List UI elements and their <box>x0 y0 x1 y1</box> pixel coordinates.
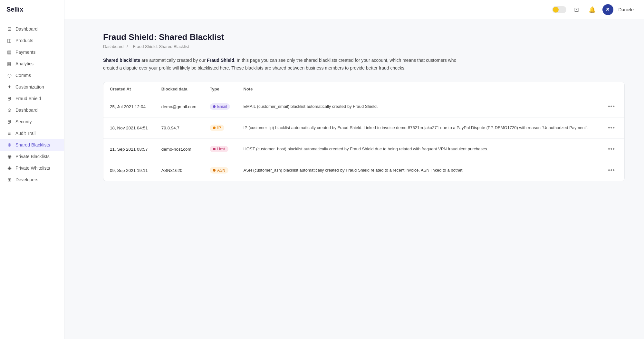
main-area: ⊡ 🔔 S Daniele Fraud Shield: Shared Black… <box>64 0 644 339</box>
sidebar-item-dashboard2[interactable]: ⊙ Dashboard <box>0 104 64 116</box>
col-header-created_at: Created At <box>103 82 155 96</box>
sidebar-item-security[interactable]: ⛨ Security <box>0 116 64 127</box>
sidebar-label-private-whitelists: Private Whitelists <box>15 165 50 171</box>
page-title: Fraud Shield: Shared Blacklist <box>103 32 625 42</box>
fraud-shield-icon: ⛨ <box>6 96 12 101</box>
cell-actions-1: ••• <box>599 117 624 138</box>
table-header: Created AtBlocked dataTypeNote <box>103 82 624 96</box>
desc-bold-2: Fraud Shield <box>207 58 234 63</box>
type-badge-0: Email <box>210 103 230 110</box>
cell-created-at-3: 09, Sep 2021 19:11 <box>103 160 155 181</box>
cell-type-0: Email <box>203 96 237 117</box>
desc-bold-1: Shared blacklists <box>103 58 140 63</box>
table-row: 25, Jul 2021 12:04 demo@gmail.com Email … <box>103 96 624 117</box>
description: Shared blacklists are automatically crea… <box>103 57 457 72</box>
sidebar-item-private-whitelists[interactable]: ◉ Private Whitelists <box>0 162 64 174</box>
cell-actions-2: ••• <box>599 138 624 160</box>
app-logo: Sellix <box>0 0 64 19</box>
table-row: 21, Sep 2021 08:57 demo-host.com Host HO… <box>103 138 624 160</box>
security-icon: ⛨ <box>6 119 12 125</box>
sidebar-item-analytics[interactable]: ▦ Analytics <box>0 58 64 70</box>
private-blacklists-icon: ◉ <box>6 154 12 159</box>
sidebar-item-products[interactable]: ◫ Products <box>0 35 64 46</box>
sidebar-item-audit-trail[interactable]: ≡ Audit Trail <box>0 127 64 139</box>
breadcrumb-home[interactable]: Dashboard <box>103 44 124 49</box>
shared-blacklists-icon: ⊛ <box>6 142 12 148</box>
cell-note-1: IP (customer_ip) blacklist automatically… <box>237 117 599 138</box>
sidebar-label-analytics: Analytics <box>15 61 34 66</box>
type-dot-1 <box>213 127 216 129</box>
sidebar-label-security: Security <box>15 119 32 124</box>
sidebar-nav: ⊡ Dashboard ◫ Products ▤ Payments ▦ Anal… <box>0 19 64 339</box>
dashboard2-icon: ⊙ <box>6 107 12 113</box>
desc-text-1: are automatically created by our <box>140 58 207 63</box>
blacklist-table: Created AtBlocked dataTypeNote 25, Jul 2… <box>103 82 625 181</box>
sidebar-item-private-blacklists[interactable]: ◉ Private Blacklists <box>0 151 64 162</box>
more-button-0[interactable]: ••• <box>605 102 618 111</box>
cell-actions-3: ••• <box>599 160 624 181</box>
cell-type-2: Host <box>203 138 237 160</box>
breadcrumb: Dashboard / Fraud Shield: Shared Blackli… <box>103 44 625 49</box>
content-area: Fraud Shield: Shared Blacklist Dashboard… <box>64 19 644 339</box>
sidebar-item-comms[interactable]: ◌ Comms <box>0 70 64 81</box>
cell-type-1: IP <box>203 117 237 138</box>
table-body: 25, Jul 2021 12:04 demo@gmail.com Email … <box>103 96 624 181</box>
sidebar-label-customization: Customization <box>15 84 44 89</box>
sidebar-label-payments: Payments <box>15 50 35 55</box>
table-row: 09, Sep 2021 19:11 ASN81620 ASN ASN (cus… <box>103 160 624 181</box>
sidebar-item-developers[interactable]: ⊞ Developers <box>0 174 64 185</box>
more-button-2[interactable]: ••• <box>605 145 618 154</box>
header: ⊡ 🔔 S Daniele <box>64 0 644 19</box>
notification-icon[interactable]: 🔔 <box>587 5 597 15</box>
sidebar-item-customization[interactable]: ✦ Customization <box>0 81 64 93</box>
type-dot-2 <box>213 148 216 150</box>
more-button-1[interactable]: ••• <box>605 123 618 133</box>
type-dot-3 <box>213 169 216 172</box>
private-whitelists-icon: ◉ <box>6 165 12 171</box>
cell-created-at-0: 25, Jul 2021 12:04 <box>103 96 155 117</box>
sidebar-item-payments[interactable]: ▤ Payments <box>0 46 64 58</box>
theme-toggle[interactable] <box>552 6 566 13</box>
type-dot-0 <box>213 105 216 108</box>
cell-actions-0: ••• <box>599 96 624 117</box>
sidebar-label-dashboard: Dashboard <box>15 26 38 32</box>
col-header-actions <box>599 82 624 96</box>
sidebar-label-shared-blacklists: Shared Blacklists <box>15 142 50 147</box>
type-badge-1: IP <box>210 125 224 131</box>
comms-icon: ◌ <box>6 72 12 78</box>
avatar[interactable]: S <box>602 4 613 15</box>
sidebar-label-comms: Comms <box>15 73 31 78</box>
sidebar-item-shared-blacklists[interactable]: ⊛ Shared Blacklists <box>0 139 64 151</box>
cell-blocked-data-3: ASN81620 <box>155 160 204 181</box>
developers-icon: ⊞ <box>6 177 12 183</box>
cell-note-2: HOST (customer_host) blacklist automatic… <box>237 138 599 160</box>
payments-icon: ▤ <box>6 49 12 55</box>
col-header-note: Note <box>237 82 599 96</box>
cell-created-at-2: 21, Sep 2021 08:57 <box>103 138 155 160</box>
col-header-blocked_data: Blocked data <box>155 82 204 96</box>
sidebar-item-dashboard[interactable]: ⊡ Dashboard <box>0 23 64 35</box>
cell-type-3: ASN <box>203 160 237 181</box>
breadcrumb-current: Fraud Shield: Shared Blacklist <box>133 44 189 49</box>
type-badge-3: ASN <box>210 167 228 174</box>
sidebar: Sellix ⊡ Dashboard ◫ Products ▤ Payments… <box>0 0 64 339</box>
cell-blocked-data-0: demo@gmail.com <box>155 96 204 117</box>
cell-created-at-1: 18, Nov 2021 04:51 <box>103 117 155 138</box>
cell-note-0: EMAIL (customer_email) blacklist automat… <box>237 96 599 117</box>
type-badge-2: Host <box>210 146 228 152</box>
sidebar-label-private-blacklists: Private Blacklists <box>15 154 50 159</box>
cell-blocked-data-1: 79.8.94.7 <box>155 117 204 138</box>
username: Daniele <box>619 7 634 12</box>
customization-icon: ✦ <box>6 84 12 90</box>
audit-trail-icon: ≡ <box>6 130 12 136</box>
sidebar-label-dashboard2: Dashboard <box>15 108 38 113</box>
products-icon: ◫ <box>6 38 12 43</box>
sidebar-label-audit-trail: Audit Trail <box>15 131 35 136</box>
sidebar-label-developers: Developers <box>15 177 38 182</box>
col-header-type: Type <box>203 82 237 96</box>
more-button-3[interactable]: ••• <box>605 166 618 175</box>
info-icon[interactable]: ⊡ <box>572 5 582 15</box>
sidebar-label-products: Products <box>15 38 33 43</box>
sidebar-item-fraud-shield[interactable]: ⛨ Fraud Shield <box>0 93 64 104</box>
analytics-icon: ▦ <box>6 61 12 67</box>
